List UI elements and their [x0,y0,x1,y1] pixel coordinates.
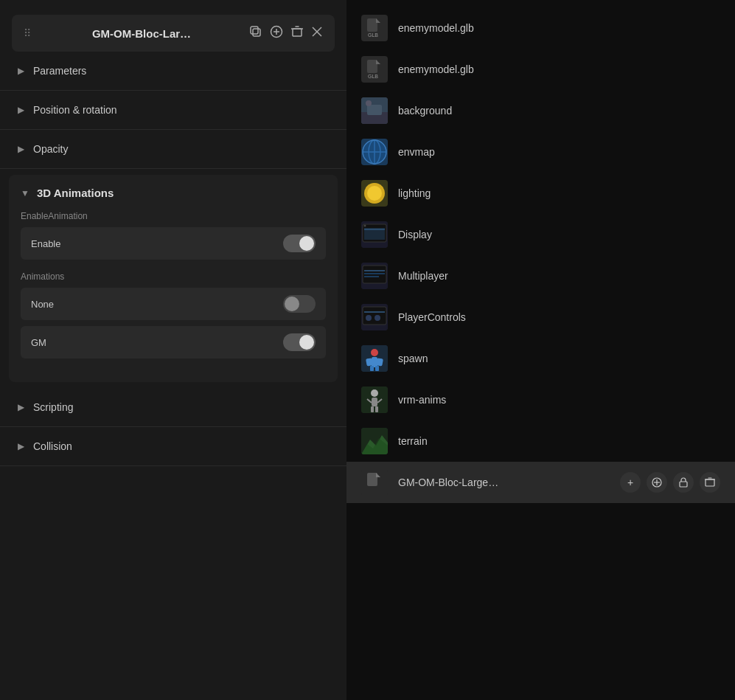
drag-handle-icon[interactable]: ⠿ [24,27,31,39]
list-item[interactable]: terrain [346,420,735,462]
list-item[interactable]: Display [346,214,735,255]
gm-label: GM [31,337,46,348]
lock-button[interactable] [673,472,694,493]
section-3d-animations: ▼ 3D Animations EnableAnimation Enable A… [9,175,338,382]
list-item[interactable]: background [346,90,735,131]
section-position-rotation[interactable]: ▶ Position & rotation [0,91,346,130]
svg-rect-65 [706,479,714,486]
svg-rect-55 [375,406,378,412]
svg-rect-39 [364,311,385,313]
list-item[interactable]: vrm-anims [346,379,735,420]
section-opacity[interactable]: ▶ Opacity [0,130,346,169]
svg-rect-48 [375,366,379,371]
component-title: GM-OM-Bloc-Lar… [92,27,191,40]
section-label: Position & rotation [33,104,117,116]
enable-animation-group: EnableAnimation Enable [21,211,326,260]
svg-rect-10 [367,18,377,32]
file-icon [361,428,388,454]
svg-rect-18 [367,105,382,115]
left-panel: ⠿ GM-OM-Bloc-Lar… [0,0,346,700]
enable-toggle-row: Enable [21,227,326,260]
chevron-down-icon: ▼ [21,188,29,198]
toggle-knob [285,297,299,311]
svg-rect-36 [364,276,379,277]
file-icon [361,139,388,165]
file-name: spawn [398,353,720,364]
file-icon [361,263,388,289]
file-actions: + [620,472,720,493]
svg-rect-51 [372,398,377,406]
add-ref-button[interactable] [647,472,667,493]
list-item[interactable]: GLB enemymodel.glb [346,49,735,90]
list-item[interactable]: Multiplayer [346,255,735,297]
none-toggle[interactable] [283,295,316,313]
list-item[interactable]: GLB enemymodel.glb [346,7,735,49]
file-name: Display [398,229,720,240]
chevron-right-icon: ▶ [18,144,24,154]
chevron-right-icon: ▶ [18,66,24,76]
file-name: Multiplayer [398,270,720,282]
close-button[interactable] [311,26,323,41]
svg-rect-64 [680,482,687,487]
svg-rect-35 [364,273,385,274]
file-name: vrm-anims [398,394,720,406]
enable-label: Enable [31,238,60,249]
section-title: 3D Animations [37,187,114,199]
file-icon [361,304,388,330]
svg-point-29 [364,225,366,227]
file-name: enemymodel.glb [398,22,720,34]
enable-toggle[interactable] [283,235,316,252]
svg-point-50 [371,389,378,397]
svg-point-26 [367,186,382,201]
section-label: Opacity [33,143,68,155]
file-name: enemymodel.glb [398,63,720,75]
section-parameters[interactable]: ▶ Parameters [0,52,346,91]
file-icon [361,221,388,248]
field-label: EnableAnimation [21,211,326,221]
svg-rect-54 [371,406,374,412]
list-item[interactable]: envmap [346,131,735,173]
copy-button[interactable] [249,25,262,41]
list-item[interactable]: spawn [346,338,735,379]
delete-button[interactable] [700,472,720,493]
animations-group: Animations None GM [21,271,326,358]
svg-point-41 [375,315,380,321]
chevron-right-icon: ▶ [18,402,24,412]
svg-marker-60 [376,473,380,477]
toggle-knob [299,236,314,251]
section-scripting[interactable]: ▶ Scripting [0,388,346,427]
field-label: Animations [21,271,326,282]
file-name: terrain [398,435,720,447]
section-header[interactable]: ▼ 3D Animations [21,187,326,199]
svg-text:GLB: GLB [368,74,378,79]
file-name: envmap [398,146,720,158]
list-item-active[interactable]: GM-OM-Bloc-Large… + [346,462,735,503]
header-actions [249,25,323,41]
none-toggle-row: None [21,288,326,320]
gm-toggle-row: GM [21,326,326,358]
svg-marker-14 [376,60,380,64]
svg-rect-59 [367,473,377,486]
toggle-knob [299,335,314,350]
file-icon: GLB [361,56,388,83]
list-item[interactable]: PlayerControls [346,297,735,338]
svg-rect-0 [253,29,260,36]
file-list: GLB enemymodel.glb GLB enemymodel.glb [346,0,735,510]
svg-rect-38 [363,307,386,325]
add-button[interactable] [270,25,283,41]
file-name: background [398,105,720,117]
svg-rect-5 [293,29,302,36]
svg-rect-13 [367,60,377,73]
svg-rect-47 [370,366,374,371]
delete-button[interactable] [290,25,304,41]
svg-point-40 [366,315,372,321]
chevron-right-icon: ▶ [18,105,24,115]
section-collision[interactable]: ▶ Collision [0,427,346,466]
svg-point-43 [371,349,378,356]
add-child-button[interactable]: + [620,472,641,493]
list-item[interactable]: lighting [346,173,735,214]
file-icon [361,469,388,496]
file-name: lighting [398,187,720,199]
gm-toggle[interactable] [283,333,316,351]
svg-marker-11 [376,18,380,23]
